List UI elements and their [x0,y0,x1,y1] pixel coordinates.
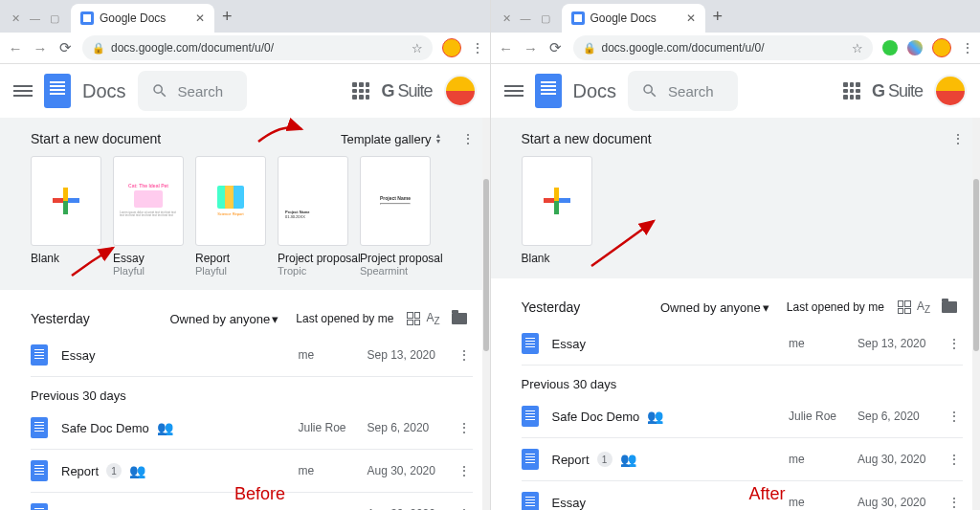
profile-avatar-icon[interactable] [932,38,951,57]
app-name: Docs [82,80,126,102]
template-card[interactable]: Blank [522,156,590,265]
grid-view-icon[interactable] [898,300,911,314]
shared-icon: 👥 [157,420,173,435]
template-card[interactable]: Project Name01.30.20XXProject proposalTr… [278,156,346,277]
close-icon[interactable]: ✕ [11,12,20,25]
new-tab-button[interactable]: + [713,7,724,27]
document-row[interactable]: Essay meSep 13, 2020⋮ [31,334,473,377]
bookmark-icon[interactable]: ☆ [412,41,423,55]
doc-more-icon[interactable]: ⋮ [454,506,473,510]
template-more-icon[interactable]: ⋮ [461,131,473,146]
doc-more-icon[interactable]: ⋮ [944,452,963,467]
owned-by-filter[interactable]: Owned by anyone ▾ [660,300,769,315]
extension-icon[interactable] [882,40,898,55]
doc-more-icon[interactable]: ⋮ [454,420,473,435]
tab-close-icon[interactable]: ✕ [686,11,696,25]
docs-logo-icon[interactable] [44,74,71,108]
tab-title: Google Docs [590,11,682,25]
document-row[interactable]: Essay meSep 13, 2020⋮ [522,322,964,366]
browser-tab[interactable]: Google Docs ✕ [71,4,214,33]
template-card[interactable]: Project NameProject proposalSpearmint [360,156,429,277]
maximize-icon[interactable]: ▢ [541,12,550,25]
sort-column[interactable]: Last opened by me [296,312,393,325]
main-menu-icon[interactable] [504,82,523,100]
url-input[interactable]: 🔒 docs.google.com/document/u/0/ ☆ [573,35,874,60]
reload-icon[interactable]: ⟳ [57,39,73,56]
folder-icon[interactable] [942,301,957,313]
scrollbar[interactable] [972,118,980,510]
apps-launcher-icon[interactable] [352,82,369,100]
template-card[interactable]: Cat: The Ideal PetLorem ipsum dolor sit … [113,156,182,277]
sort-icon[interactable]: AZ [426,311,439,326]
browser-tab[interactable]: Google Docs ✕ [562,4,705,33]
doc-name: Report 1👥 [61,463,299,478]
docs-logo-icon[interactable] [535,74,562,108]
docs-favicon-icon [80,11,94,25]
scrollbar-thumb[interactable] [483,179,489,351]
template-card[interactable]: Science ReportReportPlayful [195,156,264,277]
document-row[interactable]: Essay meAug 30, 2020⋮ [522,481,964,510]
template-thumb: Project Name [360,156,431,246]
reload-icon[interactable]: ⟳ [548,39,564,56]
owned-by-filter[interactable]: Owned by anyone ▾ [170,312,279,326]
tab-close-icon[interactable]: ✕ [195,11,205,25]
template-gallery-button[interactable]: Template gallery ▲▼ [341,132,442,146]
doc-more-icon[interactable]: ⋮ [944,409,963,424]
profile-avatar-icon[interactable] [442,38,461,57]
doc-more-icon[interactable]: ⋮ [944,336,963,351]
minimize-icon[interactable]: — [30,12,40,25]
template-more-icon[interactable]: ⋮ [951,131,963,146]
scrollbar-thumb[interactable] [973,179,979,351]
extension-icon[interactable] [907,40,923,55]
template-name: Essay [113,252,182,265]
account-avatar-icon[interactable] [934,75,967,107]
address-bar: ← → ⟳ 🔒 docs.google.com/document/u/0/ ☆ … [0,33,490,64]
url-input[interactable]: 🔒 docs.google.com/document/u/0/ ☆ [82,35,433,60]
main-content: Start a new document ⋮ Blank Yesterday O… [491,118,981,510]
doc-date: Sep 13, 2020 [368,348,454,362]
gsuite-label: G G SuiteSuite [381,81,432,101]
doc-more-icon[interactable]: ⋮ [454,463,473,478]
doc-icon [31,460,48,481]
apps-launcher-icon[interactable] [843,82,860,100]
template-name: Blank [31,252,100,265]
back-icon[interactable]: ← [8,40,23,56]
address-bar: ← → ⟳ 🔒 docs.google.com/document/u/0/ ☆ … [491,33,981,64]
maximize-icon[interactable]: ▢ [50,12,59,25]
shared-icon: 👥 [620,452,636,467]
back-icon[interactable]: ← [499,40,514,56]
doc-name: Essay [552,337,790,351]
doc-more-icon[interactable]: ⋮ [454,347,473,363]
lock-icon: 🔒 [583,42,596,55]
forward-icon: → [33,40,48,56]
template-name: Blank [522,252,590,265]
scrollbar[interactable] [482,118,490,510]
template-section-title: Start a new document [31,131,341,146]
app-name: Docs [573,80,617,102]
doc-owner: Julie Roe [299,421,368,434]
search-input[interactable]: Search [138,71,247,111]
account-avatar-icon[interactable] [444,75,477,107]
docs-favicon-icon [571,11,585,25]
document-row[interactable]: Report 1👥meAug 30, 2020⋮ [522,438,964,481]
document-row[interactable]: Safe Doc Demo 👥Julie RoeSep 6, 2020⋮ [31,407,473,450]
grid-view-icon[interactable] [407,312,420,325]
template-name: Project proposal [278,252,346,265]
search-input[interactable]: Search [628,71,737,111]
doc-more-icon[interactable]: ⋮ [944,495,963,510]
bookmark-icon[interactable]: ☆ [852,41,863,55]
template-card[interactable]: Blank [31,156,100,277]
browser-menu-icon[interactable]: ⋮ [961,40,972,55]
new-tab-button[interactable]: + [222,7,233,27]
minimize-icon[interactable]: — [521,12,531,25]
sort-icon[interactable]: AZ [917,299,930,315]
document-row[interactable]: Safe Doc Demo 👥Julie RoeSep 6, 2020⋮ [522,395,964,438]
sort-column[interactable]: Last opened by me [787,300,884,314]
main-menu-icon[interactable] [13,82,33,100]
folder-icon[interactable] [452,313,467,324]
close-icon[interactable]: ✕ [502,12,511,25]
doc-date: Aug 30, 2020 [858,496,944,509]
plus-icon [53,188,79,214]
browser-menu-icon[interactable]: ⋮ [471,40,482,55]
tab-title: Google Docs [100,11,191,25]
